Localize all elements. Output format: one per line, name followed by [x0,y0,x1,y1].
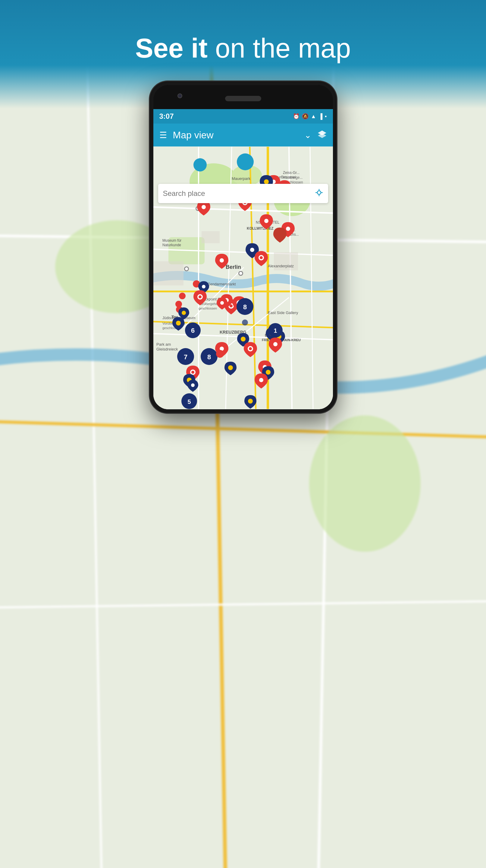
alarm-icon: ⏰ [293,113,299,120]
menu-icon[interactable]: ☰ [159,130,167,140]
svg-rect-31 [201,231,220,243]
phone-frame: 3:07 ⏰ 🔕 ▲ ▐ ▪ ☰ Map view ⌄ [150,82,336,413]
search-bar[interactable] [158,184,328,203]
headline-bold: See it [135,33,207,63]
headline-rest: on the map [207,33,351,63]
svg-text:Checkpoint Charlie: Checkpoint Charlie [199,297,229,301]
svg-text:Park am: Park am [156,342,171,347]
status-bar: 3:07 ⏰ 🔕 ▲ ▐ ▪ [153,109,333,124]
location-target-icon[interactable] [315,188,323,199]
phone-screen: 3:07 ⏰ 🔕 ▲ ▐ ▪ ☰ Map view ⌄ [153,109,333,409]
svg-point-68 [317,191,321,194]
svg-text:geschlossen: geschlossen [199,307,217,310]
phone-camera [177,93,182,98]
search-input[interactable] [163,189,315,198]
svg-text:Vorübergehend: Vorübergehend [162,321,185,325]
svg-text:KOLLWITZKIEZ: KOLLWITZKIEZ [247,226,273,230]
phone-top-bar [153,85,333,109]
map-area[interactable]: Gedenkstätte Berliner Mauer Mauerpark Ku… [153,147,333,409]
svg-point-67 [185,267,188,270]
app-toolbar: ☰ Map view ⌄ [153,124,333,147]
svg-text:FRIEDRICHSHAIN-KREU: FRIEDRICHSHAIN-KREU [262,338,301,342]
svg-text:Naturkunde: Naturkunde [162,243,181,247]
svg-text:Zeiss-Gr...: Zeiss-Gr... [283,170,299,175]
svg-point-65 [239,272,242,275]
svg-text:Gendarmenmarkt: Gendarmenmarkt [207,282,236,286]
wifi-icon: ▲ [311,113,316,120]
svg-text:BEZIRK: BEZIRK [265,333,279,338]
svg-rect-30 [153,261,184,285]
chevron-down-icon[interactable]: ⌄ [304,130,311,140]
phone-inner: 3:07 ⏰ 🔕 ▲ ▐ ▪ ☰ Map view ⌄ [153,85,333,409]
battery-icon: ▪ [325,113,327,120]
status-time: 3:07 [159,112,174,121]
svg-text:Berlin: Berlin [226,264,241,270]
status-icons: ⏰ 🔕 ▲ ▐ ▪ [293,113,327,120]
svg-point-14 [232,165,262,186]
svg-text:NSINVIERTEL: NSINVIERTEL [256,220,280,224]
svg-text:Friedrichs...: Friedrichs... [280,232,299,237]
svg-text:Vorübergehend: Vorübergehend [199,302,221,306]
page-headline: See it on the map [135,33,351,64]
svg-text:KREUZBERG: KREUZBERG [220,330,247,335]
svg-marker-11 [318,133,326,138]
mute-icon: 🔕 [302,113,309,120]
svg-text:Vorüberge...: Vorüberge... [283,176,302,180]
svg-text:Jüdisches...Museum: Jüdisches...Museum [162,316,195,320]
toolbar-title: Map view [173,130,298,141]
svg-point-63 [196,207,199,210]
svg-point-9 [309,415,421,552]
svg-text:Gleisdreieck: Gleisdreieck [156,347,178,351]
svg-text:geschlossen: geschlossen [162,326,181,330]
phone-speaker [225,96,261,101]
svg-text:East Side Gallery: East Side Gallery [268,310,298,315]
svg-text:Volkspa...: Volkspa... [280,228,296,232]
signal-icon: ▐ [319,113,322,120]
svg-text:Museum für: Museum für [162,239,182,243]
layers-icon[interactable] [317,129,327,141]
svg-text:Mauerpark: Mauerpark [232,176,251,181]
svg-text:Alexanderplatz: Alexanderplatz [268,264,294,268]
